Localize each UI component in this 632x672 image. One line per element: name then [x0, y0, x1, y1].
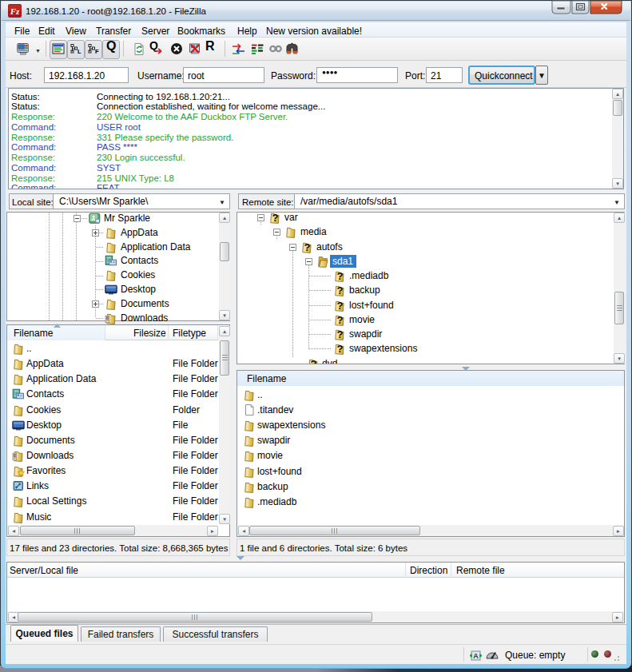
svg-text:?: ?: [337, 314, 344, 326]
svg-text:?: ?: [272, 212, 279, 224]
svg-text:?: ?: [304, 241, 311, 253]
svg-text:Fz: Fz: [10, 6, 20, 16]
svg-text:L: L: [78, 48, 81, 55]
svg-text:?: ?: [337, 300, 344, 312]
svg-text:?: ?: [337, 284, 344, 296]
svg-text:?: ?: [337, 270, 344, 282]
svg-text:A: A: [473, 652, 479, 660]
svg-text:F: F: [95, 48, 99, 55]
svg-text:?: ?: [337, 328, 344, 340]
svg-text:?: ?: [337, 343, 344, 355]
svg-text:?: ?: [311, 358, 317, 364]
